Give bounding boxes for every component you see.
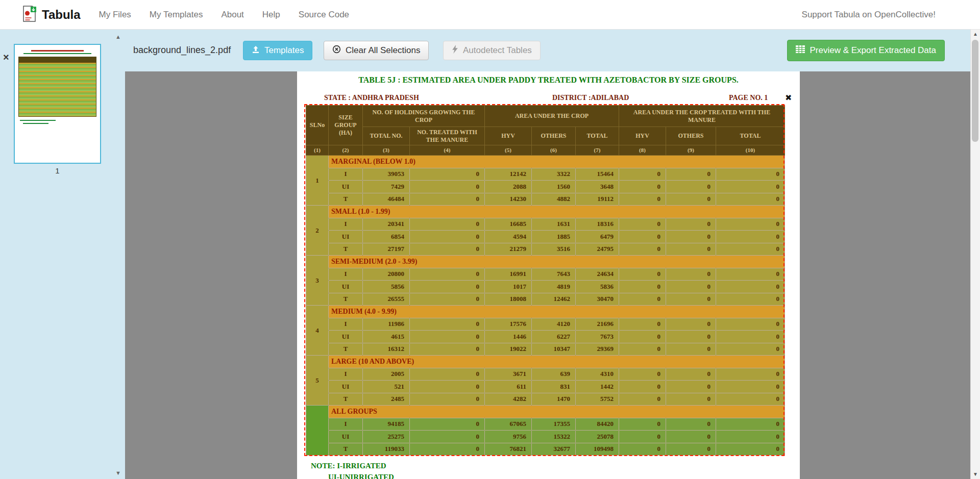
page-thumbnail[interactable]: [14, 44, 101, 164]
nav-item-my-templates[interactable]: My Templates: [150, 10, 203, 20]
thumbnail-title-line: [31, 50, 84, 52]
lightning-icon: [452, 45, 458, 56]
thumbnail-note-line: [20, 120, 56, 121]
pdf-workspace: TABLE 5J : ESTIMATED AREA UNDER PADDY TR…: [125, 71, 980, 479]
selection-box[interactable]: [304, 104, 785, 456]
export-label: Preview & Export Extracted Data: [810, 45, 936, 56]
page-thumbnails-sidebar: × 1 ▲ ▼: [0, 30, 125, 479]
tabula-logo[interactable]: [22, 6, 37, 24]
note-line-1: NOTE: I-IRRIGATED: [311, 462, 386, 470]
vertical-scrollbar[interactable]: ▲ ▼: [970, 30, 980, 479]
clear-all-selections-button[interactable]: Clear All Selections: [324, 41, 429, 60]
templates-label: Templates: [264, 45, 304, 56]
toolbar: background_lines_2.pdf Templates Clear A…: [125, 30, 980, 71]
thumbnail-subtitle-line: [23, 53, 92, 54]
top-navbar: Tabula My Files My Templates About Help …: [0, 0, 980, 30]
preview-export-button[interactable]: Preview & Export Extracted Data: [787, 40, 945, 61]
clear-all-label: Clear All Selections: [346, 45, 420, 56]
table-icon: [796, 45, 805, 56]
note-line-2: UI-UNIRRIGATED: [328, 473, 394, 479]
autodetect-tables-button[interactable]: Autodetect Tables: [443, 41, 541, 60]
thumbnail-table: [18, 57, 96, 117]
nav-links: My Files My Templates About Help Source …: [99, 10, 349, 20]
filename-label: background_lines_2.pdf: [133, 45, 231, 56]
circle-x-icon: [332, 45, 341, 56]
selection-delete-button[interactable]: ✖: [785, 93, 792, 103]
thumbnail-page-number: 1: [14, 166, 101, 175]
state-label: STATE : ANDHRA PRADESH: [324, 94, 419, 102]
templates-button[interactable]: Templates: [243, 41, 312, 60]
scrollbar-thumb[interactable]: [972, 40, 978, 142]
nav-item-source-code[interactable]: Source Code: [299, 10, 349, 20]
support-link[interactable]: Support Tabula on OpenCollective!: [802, 10, 936, 20]
nav-item-about[interactable]: About: [221, 10, 243, 20]
nav-item-my-files[interactable]: My Files: [99, 10, 131, 20]
thumbnail-note-line: [23, 123, 48, 124]
brand-title[interactable]: Tabula: [42, 8, 81, 22]
autodetect-label: Autodetect Tables: [463, 45, 532, 56]
nav-item-help[interactable]: Help: [262, 10, 280, 20]
page-no-label: PAGE NO. 1: [729, 94, 768, 102]
district-label: DISTRICT :ADILABAD: [552, 94, 629, 102]
scrollbar-down-icon[interactable]: ▼: [971, 470, 980, 479]
remove-page-icon[interactable]: ×: [3, 52, 9, 62]
scrollbar-up-icon[interactable]: ▲: [971, 30, 980, 39]
pdf-page[interactable]: TABLE 5J : ESTIMATED AREA UNDER PADDY TR…: [297, 71, 800, 479]
sidebar-scroll-up-icon[interactable]: ▲: [115, 34, 121, 40]
upload-icon: [252, 45, 260, 56]
sidebar-scroll-down-icon[interactable]: ▼: [115, 470, 121, 476]
document-title: TABLE 5J : ESTIMATED AREA UNDER PADDY TR…: [297, 75, 800, 85]
